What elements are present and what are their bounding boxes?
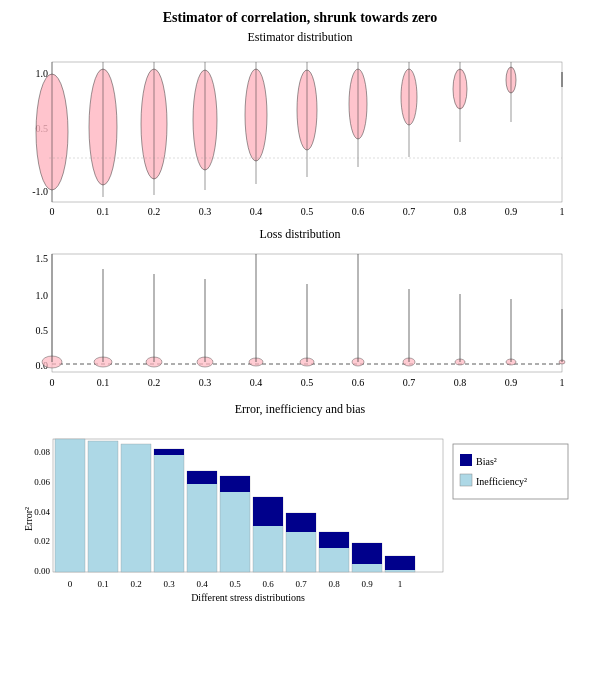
chart3-section: Error, inefficiency and bias Error² 0.00…	[10, 402, 590, 604]
bar-7-bias	[286, 513, 316, 532]
chart1-title: Estimator distribution	[248, 30, 353, 45]
svg-text:0.6: 0.6	[262, 579, 274, 589]
loss-violin-2	[146, 274, 162, 367]
violin-6	[349, 62, 367, 167]
chart2-section: Loss distribution 1.5 1.0 0.5 0.0 0 0.1 …	[10, 227, 590, 394]
svg-text:0.1: 0.1	[97, 377, 110, 388]
violin-5	[297, 62, 317, 177]
svg-text:0.06: 0.06	[34, 477, 50, 487]
svg-text:0.02: 0.02	[34, 536, 50, 546]
svg-text:0.3: 0.3	[199, 206, 212, 217]
svg-text:0.00: 0.00	[34, 566, 50, 576]
svg-text:0.7: 0.7	[403, 206, 416, 217]
y-axis-label: Error²	[23, 507, 34, 531]
loss-violin-10	[559, 309, 565, 364]
svg-text:0.9: 0.9	[505, 206, 518, 217]
chart2-svg: 1.5 1.0 0.5 0.0 0 0.1 0.2 0.3 0.4 0.5 0.…	[20, 244, 580, 394]
svg-text:0.04: 0.04	[34, 507, 50, 517]
bar-8-bias	[319, 532, 349, 548]
x-axis-label: Different stress distributions	[191, 592, 305, 603]
svg-text:0.2: 0.2	[148, 377, 161, 388]
bar-3-bias	[154, 449, 184, 455]
loss-violin-4	[249, 254, 263, 366]
svg-text:0.7: 0.7	[403, 377, 416, 388]
svg-text:0.8: 0.8	[454, 206, 467, 217]
loss-violin-6	[352, 254, 364, 366]
bar-0-ineff	[55, 439, 85, 572]
svg-text:0.1: 0.1	[97, 206, 110, 217]
svg-text:0.4: 0.4	[250, 377, 263, 388]
violin-4	[245, 62, 267, 184]
chart3-title: Error, inefficiency and bias	[235, 402, 366, 417]
svg-text:0.8: 0.8	[454, 377, 467, 388]
svg-text:1.0: 1.0	[36, 290, 49, 301]
loss-violin-1	[94, 269, 112, 367]
bar-1-ineff	[88, 441, 118, 572]
svg-text:-1.0: -1.0	[32, 186, 48, 197]
loss-violin-9	[506, 299, 516, 365]
svg-text:0.5: 0.5	[301, 377, 314, 388]
svg-text:0.8: 0.8	[328, 579, 340, 589]
violin-8	[453, 62, 467, 142]
svg-text:0.9: 0.9	[361, 579, 373, 589]
bar-10-bias	[385, 556, 415, 570]
svg-text:0.4: 0.4	[196, 579, 208, 589]
legend-box	[453, 444, 568, 499]
loss-violin-7	[403, 289, 415, 366]
svg-text:0.08: 0.08	[34, 447, 50, 457]
bar-6-bias	[253, 497, 283, 526]
loss-violin-3	[197, 279, 213, 367]
svg-text:1.0: 1.0	[36, 68, 49, 79]
page: Estimator of correlation, shrunk towards…	[0, 0, 600, 700]
chart2-title: Loss distribution	[259, 227, 340, 242]
svg-text:0: 0	[68, 579, 73, 589]
svg-text:0.6: 0.6	[352, 377, 365, 388]
svg-text:0.5: 0.5	[229, 579, 241, 589]
svg-text:1.5: 1.5	[36, 253, 49, 264]
svg-text:0: 0	[50, 206, 55, 217]
svg-text:0.7: 0.7	[295, 579, 307, 589]
violin-7	[401, 62, 417, 157]
svg-text:0.6: 0.6	[352, 206, 365, 217]
main-title: Estimator of correlation, shrunk towards…	[163, 10, 438, 26]
loss-violin-8	[455, 294, 465, 365]
svg-text:0.1: 0.1	[97, 579, 108, 589]
svg-text:1: 1	[398, 579, 403, 589]
bar-4-bias	[187, 471, 217, 484]
chart1-section: Estimator distribution 1.0 0.5 -1.0 0 0.…	[10, 30, 590, 222]
violin-3	[193, 62, 217, 190]
svg-text:0.2: 0.2	[148, 206, 161, 217]
svg-text:0: 0	[50, 377, 55, 388]
bar-9-bias	[352, 543, 382, 564]
loss-violin-0	[42, 254, 62, 368]
svg-text:1: 1	[560, 206, 565, 217]
svg-text:0.5: 0.5	[36, 325, 49, 336]
svg-text:0.5: 0.5	[301, 206, 314, 217]
bar-5-bias	[220, 476, 250, 492]
violin-1	[89, 62, 117, 197]
legend-bias-label: Bias²	[476, 456, 497, 467]
bar-2-ineff	[121, 444, 151, 572]
svg-text:0.2: 0.2	[130, 579, 141, 589]
chart1-svg: 1.0 0.5 -1.0 0 0.1 0.2 0.3 0.4 0.5 0.6 0…	[20, 47, 580, 222]
violin-2	[141, 62, 167, 195]
bar-3-ineff	[154, 449, 184, 572]
legend-ineff-label: Inefficiency²	[476, 476, 527, 487]
bar-4-ineff	[187, 471, 217, 572]
svg-text:0.4: 0.4	[250, 206, 263, 217]
svg-text:0.9: 0.9	[505, 377, 518, 388]
svg-text:1: 1	[560, 377, 565, 388]
violin-0	[36, 62, 68, 202]
legend-ineff-box	[460, 474, 472, 486]
loss-violin-5	[300, 284, 314, 366]
violin-9	[506, 62, 516, 122]
svg-text:0.3: 0.3	[199, 377, 212, 388]
legend-bias-box	[460, 454, 472, 466]
svg-text:0.3: 0.3	[163, 579, 175, 589]
chart3-svg: Error² 0.00 0.02 0.04 0.06 0.08	[20, 419, 580, 604]
